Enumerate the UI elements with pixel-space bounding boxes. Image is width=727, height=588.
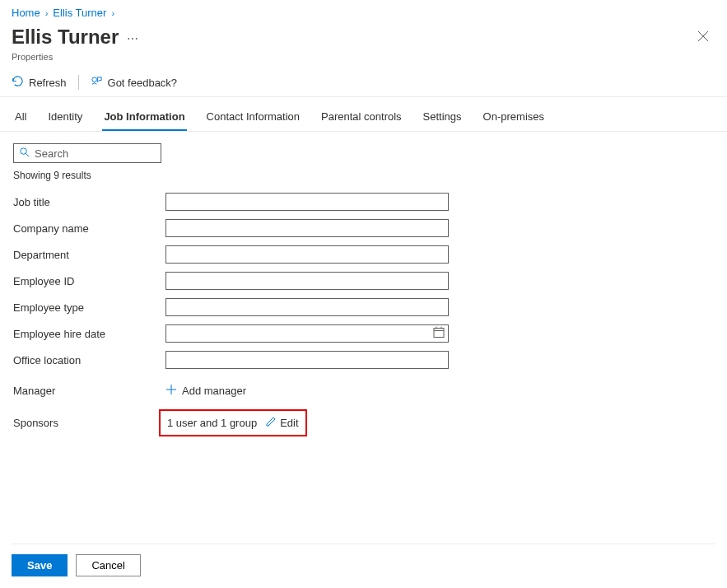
calendar-icon[interactable] xyxy=(433,327,445,341)
plus-icon xyxy=(165,384,177,398)
tab-identity[interactable]: Identity xyxy=(46,105,84,131)
tabs: All Identity Job Information Contact Inf… xyxy=(0,97,727,132)
results-count: Showing 9 results xyxy=(13,170,714,181)
content-area: Showing 9 results Job title Company name… xyxy=(0,132,727,456)
tab-parental-controls[interactable]: Parental controls xyxy=(319,105,403,131)
field-employee-type: Employee type xyxy=(13,298,714,316)
field-company-name: Company name xyxy=(13,219,714,237)
breadcrumb-home[interactable]: Home xyxy=(12,7,40,19)
toolbar-divider xyxy=(78,75,79,90)
field-office-location: Office location xyxy=(13,351,714,369)
employee-type-label: Employee type xyxy=(13,301,165,314)
field-manager: Manager Add manager xyxy=(13,384,714,398)
refresh-icon xyxy=(12,75,24,90)
hire-date-label: Employee hire date xyxy=(13,328,165,340)
employee-id-input[interactable] xyxy=(165,272,449,290)
feedback-icon xyxy=(91,75,103,90)
pencil-icon xyxy=(265,416,277,430)
search-input[interactable] xyxy=(35,147,156,160)
tab-contact-information[interactable]: Contact Information xyxy=(205,105,301,131)
office-location-label: Office location xyxy=(13,354,165,366)
field-employee-id: Employee ID xyxy=(13,272,714,290)
sponsors-highlight: 1 user and 1 group Edit xyxy=(159,409,307,436)
svg-line-2 xyxy=(26,153,29,156)
cancel-button[interactable]: Cancel xyxy=(76,554,140,576)
edit-sponsors-button[interactable]: Edit xyxy=(265,416,298,430)
tab-on-premises[interactable]: On-premises xyxy=(482,105,546,131)
company-name-label: Company name xyxy=(13,222,165,235)
feedback-label: Got feedback? xyxy=(108,77,178,89)
tab-settings[interactable]: Settings xyxy=(422,105,464,131)
svg-point-0 xyxy=(91,77,96,82)
department-label: Department xyxy=(13,249,165,261)
chevron-right-icon: › xyxy=(111,8,114,18)
breadcrumb: Home › Ellis Turner › xyxy=(0,0,727,22)
page-header: Ellis Turner ⋯ xyxy=(0,22,727,52)
feedback-button[interactable]: Got feedback? xyxy=(91,75,178,90)
manager-label: Manager xyxy=(13,385,165,397)
tab-job-information[interactable]: Job Information xyxy=(102,105,186,131)
footer: Save Cancel xyxy=(12,544,715,576)
company-name-input[interactable] xyxy=(165,219,449,237)
tab-all[interactable]: All xyxy=(13,105,28,131)
page-subtitle: Properties xyxy=(0,52,727,70)
toolbar: Refresh Got feedback? xyxy=(0,70,727,97)
chevron-right-icon: › xyxy=(45,8,49,18)
hire-date-input[interactable] xyxy=(165,324,449,343)
job-title-label: Job title xyxy=(13,196,165,208)
employee-id-label: Employee ID xyxy=(13,275,165,287)
sponsors-label: Sponsors xyxy=(13,417,165,429)
save-button[interactable]: Save xyxy=(12,554,68,576)
field-department: Department xyxy=(13,245,714,264)
edit-label: Edit xyxy=(280,417,298,429)
refresh-button[interactable]: Refresh xyxy=(12,75,67,90)
svg-point-1 xyxy=(21,148,26,154)
job-title-input[interactable] xyxy=(165,193,449,211)
office-location-input[interactable] xyxy=(165,351,449,369)
page-title: Ellis Turner xyxy=(12,26,119,49)
field-sponsors: Sponsors 1 user and 1 group Edit xyxy=(13,409,714,436)
refresh-label: Refresh xyxy=(29,77,67,89)
svg-rect-3 xyxy=(434,329,444,338)
add-manager-label: Add manager xyxy=(182,385,246,397)
field-hire-date: Employee hire date xyxy=(13,324,714,343)
breadcrumb-user[interactable]: Ellis Turner xyxy=(53,7,106,19)
sponsors-value: 1 user and 1 group xyxy=(167,417,257,429)
search-box[interactable] xyxy=(13,143,161,163)
department-input[interactable] xyxy=(165,245,449,264)
field-job-title: Job title xyxy=(13,193,714,211)
more-actions-button[interactable]: ⋯ xyxy=(127,32,139,45)
close-icon[interactable] xyxy=(691,26,715,50)
search-icon xyxy=(19,147,30,160)
add-manager-button[interactable]: Add manager xyxy=(165,384,246,398)
employee-type-input[interactable] xyxy=(165,298,449,316)
